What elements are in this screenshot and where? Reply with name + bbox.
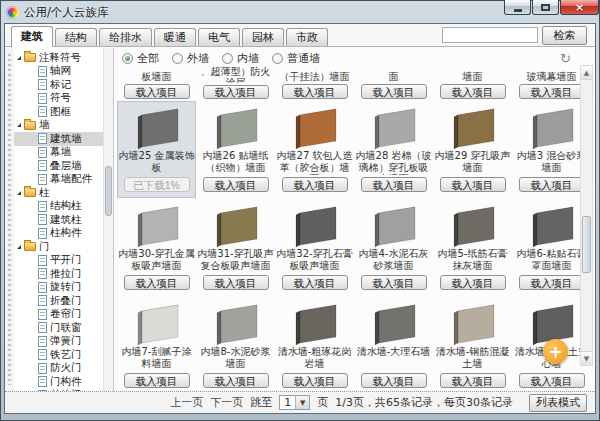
load-into-project-button[interactable]: 载入项目 (440, 373, 506, 388)
category-tab[interactable]: 结构 (55, 28, 97, 46)
load-into-project-button[interactable]: 载入项目 (361, 177, 427, 192)
load-into-project-button[interactable]: 载入项目 (124, 275, 190, 290)
chevron-down-icon[interactable]: ▼ (295, 396, 309, 409)
category-tab[interactable]: 市政 (286, 28, 328, 46)
load-into-project-button[interactable]: 载入项目 (282, 275, 348, 290)
tree-folder[interactable]: 注释符号 (14, 51, 113, 65)
load-into-project-button[interactable]: 载入项目 (282, 373, 348, 388)
maximize-button[interactable] (532, 0, 559, 15)
expand-arrow-icon[interactable] (17, 191, 21, 195)
family-tile-clipped[interactable]: 、超薄型）防火涂层 载入项目 (196, 66, 275, 101)
family-tile[interactable]: 内墙28 岩棉（玻璃棉）穿孔板吸声墙面 载入项目 (354, 101, 433, 198)
family-tile-clipped[interactable]: 墙面 载入项目 (433, 66, 512, 101)
load-into-project-button[interactable]: 载入项目 (361, 84, 427, 99)
load-into-project-button[interactable]: 载入项目 (519, 275, 585, 290)
tree-item[interactable]: 旋转门 (14, 281, 113, 295)
category-tab[interactable]: 电气 (198, 28, 240, 46)
family-tile[interactable]: 内墙4-水泥石灰砂浆墙面 载入项目 (354, 199, 433, 296)
add-button[interactable]: + (543, 339, 568, 364)
family-tile[interactable]: 内墙26 贴墙纸（织物）墙面 载入项目 (196, 101, 275, 198)
tree-item[interactable]: 门联窗 (14, 321, 113, 335)
load-into-project-button[interactable]: 载入项目 (282, 177, 348, 192)
load-into-project-button[interactable]: 载入项目 (440, 275, 506, 290)
category-tab[interactable]: 暖通 (154, 28, 196, 46)
family-tile[interactable]: 内墙7-刮腻子涂料墙面 载入项目 (117, 297, 196, 391)
load-into-project-button[interactable]: 载入项目 (519, 177, 585, 192)
prev-page-link[interactable]: 上一页 (170, 395, 203, 410)
filter-radio[interactable]: 内墙 (222, 51, 259, 66)
load-into-project-button[interactable]: 载入项目 (203, 177, 269, 192)
tree-scrollbar[interactable] (103, 48, 113, 391)
tree-item[interactable]: 叠层墙 (14, 159, 113, 173)
tree-item[interactable]: 推拉门 (14, 267, 113, 281)
tree-item[interactable]: 结构柱 (14, 200, 113, 214)
filter-radio[interactable]: 普通墙 (272, 51, 320, 66)
family-tile-clipped[interactable]: 面 载入项目 (354, 66, 433, 101)
tree-item[interactable]: 建筑墙 (14, 132, 113, 146)
load-into-project-button[interactable]: 载入项目 (124, 373, 190, 388)
load-into-project-button[interactable]: 载入项目 (519, 373, 585, 388)
scrollbar-thumb[interactable] (582, 216, 591, 273)
search-input[interactable] (442, 27, 538, 43)
expand-arrow-icon[interactable] (17, 245, 21, 249)
load-into-project-button[interactable]: 载入项目 (519, 84, 585, 99)
refresh-icon[interactable]: ↻ (560, 52, 571, 65)
tree-item[interactable]: 弹簧门 (14, 335, 113, 349)
family-tile[interactable]: 清水墙-大理石墙 载入项目 (354, 297, 433, 391)
tree-item[interactable]: 标记 (14, 78, 113, 92)
family-tile[interactable]: 内墙25 金属装饰板 已下载1% (117, 101, 196, 198)
tree-item[interactable]: 建筑柱 (14, 213, 113, 227)
tree-item[interactable]: 平开门 (14, 254, 113, 268)
tree-item[interactable]: 折叠门 (14, 294, 113, 308)
load-into-project-button[interactable]: 载入项目 (361, 373, 427, 388)
tree-item[interactable]: 门构件 (14, 375, 113, 389)
tree-scrollbar-thumb[interactable] (105, 166, 112, 216)
family-tile[interactable]: 内墙5-纸筋石膏抹灰墙面 载入项目 (433, 199, 512, 296)
load-into-project-button[interactable]: 载入项目 (203, 275, 269, 290)
family-tile[interactable]: 内墙8-水泥砂浆墙面 载入项目 (196, 297, 275, 391)
family-tile[interactable]: 清水墙-粗琢花岗岩墙 载入项目 (275, 297, 354, 391)
scroll-up-icon[interactable]: ▲ (581, 66, 592, 80)
load-into-project-button[interactable]: 载入项目 (361, 275, 427, 290)
family-tile[interactable]: 内墙27 软包人造革（胶合板）墙面 载入项目 (275, 101, 354, 198)
tree-item[interactable]: 幕墙 (14, 146, 113, 160)
family-tile-clipped[interactable]: 板墙面 载入项目 (117, 66, 196, 101)
family-tile-clipped[interactable]: （干挂法）墙面 载入项目 (275, 66, 354, 101)
category-tab[interactable]: 园林 (242, 28, 284, 46)
category-tab[interactable]: 建筑 (11, 26, 53, 47)
minimize-button[interactable] (504, 0, 531, 15)
tree-item[interactable]: 柱构件 (14, 227, 113, 241)
close-button[interactable]: × (560, 0, 599, 15)
next-page-link[interactable]: 下一页 (210, 395, 243, 410)
list-mode-button[interactable]: 列表模式 (529, 394, 587, 412)
load-into-project-button[interactable]: 载入项目 (282, 84, 348, 99)
tree-item[interactable]: 铁艺门 (14, 348, 113, 362)
family-tile[interactable]: 内墙30-穿孔金属板吸声墙面 载入项目 (117, 199, 196, 296)
filter-radio[interactable]: 全部 (122, 51, 159, 66)
tree-item[interactable]: 符号 (14, 92, 113, 106)
expand-arrow-icon[interactable] (17, 56, 21, 60)
category-tab[interactable]: 给排水 (99, 28, 152, 46)
load-into-project-button[interactable]: 载入项目 (440, 177, 506, 192)
tree-item[interactable]: 轴网 (14, 65, 113, 79)
tree-folder[interactable]: 墙 (14, 119, 113, 133)
load-into-project-button[interactable]: 载入项目 (203, 85, 269, 99)
expand-arrow-icon[interactable] (17, 123, 21, 127)
filter-radio[interactable]: 外墙 (172, 51, 209, 66)
scroll-down-icon[interactable]: ▼ (581, 351, 592, 365)
search-button[interactable]: 检索 (542, 26, 587, 45)
tree-item[interactable]: 图框 (14, 105, 113, 119)
tree-item[interactable]: 防火门 (14, 362, 113, 376)
load-into-project-button[interactable]: 已下载1% (124, 177, 190, 192)
family-tile[interactable]: 内墙29 穿孔吸声墙面 载入项目 (433, 101, 512, 198)
content-scrollbar[interactable]: ▲ ▼ (580, 65, 593, 366)
load-into-project-button[interactable]: 载入项目 (440, 84, 506, 99)
family-tile[interactable]: 内墙32-穿孔石膏板吸声墙面 载入项目 (275, 199, 354, 296)
tree-item[interactable]: 卷帘门 (14, 308, 113, 322)
family-tile[interactable]: 内墙31-穿孔吸声复合板吸声墙面 载入项目 (196, 199, 275, 296)
page-select[interactable]: 1 ▼ (279, 395, 310, 410)
family-tile[interactable]: 清水墙-钢筋混凝土墙 载入项目 (433, 297, 512, 391)
tree-item[interactable]: 幕墙配件 (14, 173, 113, 187)
tree-folder[interactable]: 柱 (14, 186, 113, 200)
tree-folder[interactable]: 门 (14, 240, 113, 254)
